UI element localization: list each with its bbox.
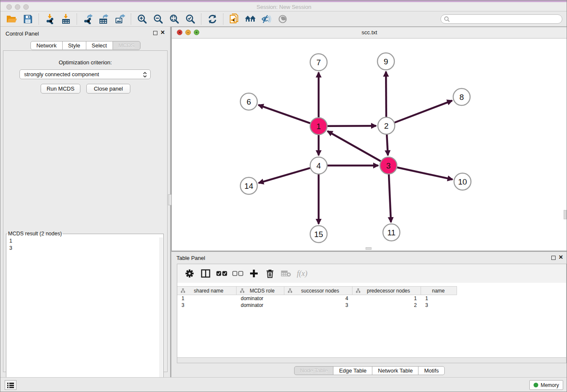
export-network-button[interactable] (80, 13, 96, 25)
function-builder-button[interactable]: f(x) (294, 267, 310, 280)
zoom-selected-button[interactable] (182, 13, 198, 25)
show-all-button[interactable] (275, 13, 291, 25)
column-type-icon (288, 288, 292, 293)
network-vertical-scrollbar[interactable] (564, 210, 567, 219)
export-table-button[interactable] (96, 13, 112, 25)
table-header-row: shared nameMCDS rolesuccessor nodesprede… (177, 286, 457, 295)
tab-style[interactable]: Style (62, 41, 86, 50)
tab-edge-table[interactable]: Edge Table (333, 366, 372, 375)
graph-node-label-3: 3 (386, 161, 391, 170)
column-header-MCDS-role[interactable]: MCDS role (237, 287, 284, 295)
tab-mcds[interactable]: MCDS (113, 41, 140, 50)
criterion-select[interactable]: strongly connected component (19, 69, 151, 79)
import-network-button[interactable] (42, 13, 58, 25)
mcds-result-text[interactable]: 13 (6, 237, 159, 385)
refresh-layout-button[interactable] (204, 13, 220, 25)
table-cell[interactable]: 1 (352, 295, 421, 302)
graph-node-label-14: 14 (244, 182, 253, 190)
column-header-name[interactable]: name (421, 287, 457, 295)
memory-button[interactable]: Memory (529, 380, 563, 390)
window-title: Session: New Session (0, 4, 567, 10)
new-network-from-selection-button[interactable] (226, 13, 242, 25)
table-cell[interactable]: 4 (284, 295, 352, 302)
tab-network[interactable]: Network (30, 41, 63, 50)
task-history-button[interactable] (5, 380, 17, 390)
network-window-titlebar[interactable]: ✕ − + scc.txt (172, 27, 567, 39)
graph-edge-4-14[interactable] (259, 168, 310, 183)
column-header-successor-nodes[interactable]: successor nodes (284, 287, 352, 295)
network-file-icon (229, 14, 239, 25)
unchecked-boxes-icon (232, 271, 243, 276)
export-network-icon (83, 14, 93, 24)
zoom-fit-icon (169, 14, 179, 24)
table-cell[interactable]: dominator (237, 295, 284, 302)
table-row[interactable]: 3dominator323 (177, 302, 566, 309)
table-horizontal-scrollbar[interactable] (177, 357, 566, 363)
select-all-columns-button[interactable] (214, 267, 230, 280)
graph-node-label-11: 11 (387, 228, 396, 237)
zoom-in-button[interactable] (134, 13, 150, 25)
graph-edge-3-11[interactable] (389, 174, 391, 222)
status-bar: Memory (0, 377, 567, 392)
hide-selected-button[interactable] (259, 13, 275, 25)
table-cell[interactable]: 2 (352, 302, 421, 309)
create-column-button[interactable] (246, 267, 262, 280)
table-settings-button[interactable] (182, 267, 198, 280)
column-type-icon (181, 288, 185, 293)
table-panel-close-icon[interactable]: ✕ (559, 254, 563, 260)
graph-edge-3-10[interactable] (397, 167, 453, 179)
table-cell[interactable]: dominator (237, 302, 284, 309)
table-cell[interactable]: 1 (177, 295, 237, 302)
search-input[interactable] (440, 14, 562, 24)
table-cell[interactable]: 3 (177, 302, 237, 309)
tab-motifs[interactable]: Motifs (418, 366, 445, 375)
network-horizontal-scrollbar[interactable] (366, 247, 372, 250)
network-view-window: ✕ − + scc.txt 7968124314101511 (171, 27, 567, 251)
open-session-button[interactable] (4, 13, 20, 25)
unselect-all-columns-button[interactable] (230, 267, 246, 280)
delete-table-icon (281, 270, 291, 277)
table-panel-float-icon[interactable] (551, 256, 556, 260)
open-folder-icon (6, 14, 17, 24)
import-table-button[interactable] (58, 13, 74, 25)
graph-edge-2-8[interactable] (395, 101, 452, 123)
tab-network-table[interactable]: Network Table (372, 366, 418, 375)
save-session-button[interactable] (20, 13, 36, 25)
control-panel-close-icon[interactable]: ✕ (160, 30, 165, 36)
zoom-in-icon (137, 14, 147, 24)
delete-column-button[interactable] (262, 267, 278, 280)
table-panel-tabs: Node TableEdge TableNetwork TableMotifs (171, 366, 567, 375)
graph-edge-3-1[interactable] (328, 131, 381, 161)
graph-edge-2-3[interactable] (387, 135, 388, 155)
graph-edge-1-6[interactable] (259, 105, 311, 123)
graph-edge-1-2[interactable] (328, 126, 376, 126)
column-header-predecessor-nodes[interactable]: predecessor nodes (352, 287, 421, 295)
table-cell[interactable]: 3 (421, 302, 457, 309)
fx-icon: f(x) (297, 269, 308, 278)
stepper-icon (143, 72, 147, 78)
first-neighbors-button[interactable] (242, 13, 259, 25)
eye-slash-icon (261, 14, 272, 24)
export-image-icon (115, 14, 125, 24)
list-icon (7, 382, 14, 388)
tab-node-table[interactable]: Node Table (294, 366, 334, 375)
zoom-out-button[interactable] (150, 13, 166, 25)
column-header-label: successor nodes (292, 288, 350, 294)
close-panel-button[interactable]: Close panel (86, 84, 130, 94)
tab-select[interactable]: Select (86, 41, 113, 50)
zoom-fit-button[interactable] (166, 13, 182, 25)
delete-table-button[interactable] (278, 267, 294, 280)
control-panel-float-icon[interactable] (153, 31, 157, 35)
table-cell[interactable]: 3 (284, 302, 352, 309)
export-table-icon (99, 14, 109, 24)
mcds-result-scrollbar[interactable] (159, 237, 163, 385)
run-mcds-button[interactable]: Run MCDS (41, 84, 80, 94)
graph-edge-2-9[interactable] (386, 72, 386, 117)
export-image-button[interactable] (112, 13, 128, 25)
table-cell[interactable]: 1 (421, 295, 457, 302)
column-header-shared-name[interactable]: shared name (177, 287, 237, 295)
table-row[interactable]: 1dominator411 (177, 295, 566, 302)
show-column-panel-button[interactable] (198, 267, 214, 280)
zoom-selected-icon (185, 14, 195, 24)
network-canvas[interactable]: 7968124314101511 (172, 39, 567, 251)
